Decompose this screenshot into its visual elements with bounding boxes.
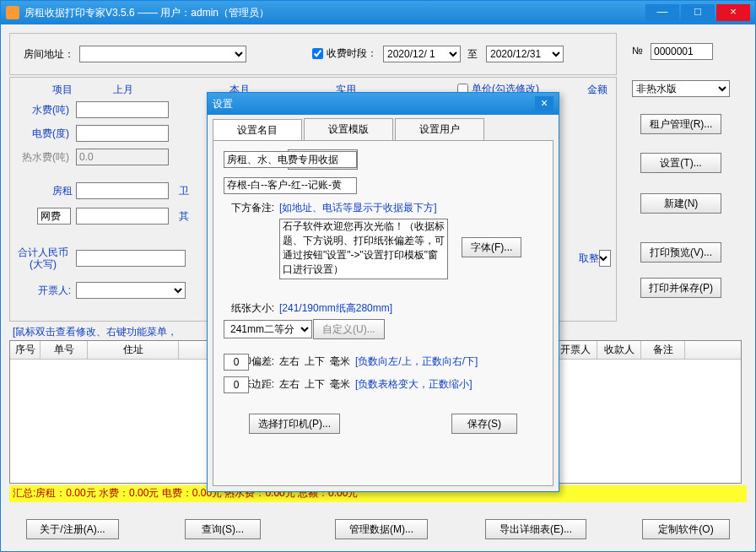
issuer-label: 开票人: — [25, 284, 71, 298]
sanitation-label: 卫 — [179, 184, 189, 198]
window-title: 房租收据打印专家V3.5.6 —— 用户：admin（管理员） — [24, 6, 645, 20]
offset-unit: 毫米 — [330, 354, 350, 369]
margin-lr-label: 左右 — [279, 377, 300, 392]
th-addr: 住址 — [88, 341, 179, 359]
water-last-input[interactable] — [76, 101, 169, 118]
tenant-mgmt-button[interactable]: 租户管理(R)... — [640, 114, 721, 134]
elec-label: 电费(度) — [19, 127, 69, 141]
margin-tb-input[interactable] — [224, 376, 249, 393]
dialog-close-button[interactable]: × — [535, 96, 554, 111]
paper-size-select[interactable]: 241mm二等分 — [224, 320, 312, 338]
export-detail-button[interactable]: 导出详细表(E)... — [485, 519, 586, 539]
font-button[interactable]: 字体(F)... — [462, 237, 521, 257]
minimize-button[interactable]: — — [645, 4, 679, 21]
round-select[interactable] — [599, 250, 611, 267]
bottom-note-hint: [如地址、电话等显示于收据最下方] — [279, 201, 437, 215]
number-prefix: № — [632, 45, 643, 57]
th-no: 单号 — [40, 341, 88, 359]
margin-hint: [负数表格变大，正数缩小] — [355, 377, 472, 392]
water-label: 水费(吨) — [19, 103, 69, 117]
round-label: 取整 — [579, 252, 599, 266]
dialog-save-button[interactable]: 保存(S) — [451, 414, 517, 434]
offset-hint: [负数向左/上，正数向右/下] — [355, 354, 478, 369]
print-preview-button[interactable]: 打印预览(V)... — [640, 242, 721, 262]
rent-input[interactable] — [76, 182, 169, 199]
issuer-select[interactable] — [76, 282, 186, 299]
app-icon — [6, 6, 19, 19]
paper-size-label: 纸张大小: — [224, 301, 274, 316]
titlebar: 房租收据打印专家V3.5.6 —— 用户：admin（管理员） — □ × — [1, 1, 755, 24]
col-amount: 金额 — [574, 83, 608, 97]
about-button[interactable]: 关于/注册(A)... — [26, 519, 119, 539]
tab-set-names[interactable]: 设置名目 — [213, 119, 302, 141]
date-to-label: 至 — [467, 47, 478, 62]
maximize-button[interactable]: □ — [681, 4, 715, 21]
rent-label: 房租 — [39, 184, 73, 198]
custom-software-button[interactable]: 定制软件(O) — [642, 519, 730, 539]
total-label: 合计人民币 (大写) — [14, 246, 73, 270]
net-input[interactable] — [76, 208, 169, 225]
charge-period-checkbox[interactable] — [312, 48, 323, 59]
total-cn-input[interactable] — [76, 250, 186, 267]
elec-last-input[interactable] — [76, 125, 169, 142]
bottom-note-textarea[interactable] — [279, 219, 448, 279]
print-save-button[interactable]: 打印并保存(P) — [640, 278, 721, 298]
select-printer-button[interactable]: 选择打印机(P)... — [249, 414, 340, 434]
new-button[interactable]: 新建(N) — [640, 193, 721, 214]
hotwater-last-input — [76, 149, 169, 165]
settings-dialog: 设置 × 设置名目 设置模版 设置用户 收据标题: 表格线(L)... 右侧备注… — [207, 92, 559, 492]
net-label-input[interactable] — [37, 208, 71, 225]
other-label: 其 — [179, 209, 189, 224]
close-button[interactable]: × — [716, 4, 750, 21]
number-field[interactable] — [651, 43, 713, 60]
margin-unit: 毫米 — [330, 377, 350, 392]
offset-tb-input[interactable] — [224, 354, 249, 371]
right-note-input[interactable] — [224, 177, 357, 194]
col-last: 上月 — [100, 83, 133, 97]
th-remark: 备注 — [641, 341, 685, 359]
table-hint: [鼠标双击查看修改、右键功能菜单， — [13, 325, 177, 339]
hotwater-label: 热水费(吨) — [10, 150, 69, 165]
bottom-note-label: 下方备注: — [224, 201, 274, 215]
charge-period-label: 收费时段： — [327, 46, 377, 61]
paper-size-hint: [241/190mm纸高280mm] — [279, 301, 392, 316]
date-from-select[interactable]: 2020/12/ 1 — [383, 46, 461, 62]
tab-set-template[interactable]: 设置模版 — [304, 118, 393, 140]
query-button[interactable]: 查询(S)... — [185, 519, 261, 539]
room-addr-label: 房间地址： — [24, 47, 74, 62]
room-addr-select[interactable] — [79, 46, 246, 62]
manage-data-button[interactable]: 管理数据(M)... — [335, 519, 428, 539]
settings-button[interactable]: 设置(T)... — [640, 153, 721, 173]
tab-set-user[interactable]: 设置用户 — [395, 118, 484, 140]
th-issuer: 开票人 — [554, 341, 597, 359]
offset-lr-label: 左右 — [279, 354, 300, 369]
offset-tb-label: 上下 — [305, 354, 325, 369]
th-seq: 序号 — [10, 341, 40, 359]
date-to-select[interactable]: 2020/12/31 — [486, 46, 564, 62]
margin-tb-label: 上下 — [305, 377, 325, 392]
col-project: 项目 — [39, 83, 73, 97]
mode-select[interactable]: 非热水版 — [632, 80, 730, 97]
receipt-title-input[interactable] — [224, 151, 357, 168]
dialog-title: 设置 — [213, 97, 535, 111]
paper-custom-button[interactable]: 自定义(U)... — [313, 319, 385, 339]
th-payee: 收款人 — [597, 341, 641, 359]
